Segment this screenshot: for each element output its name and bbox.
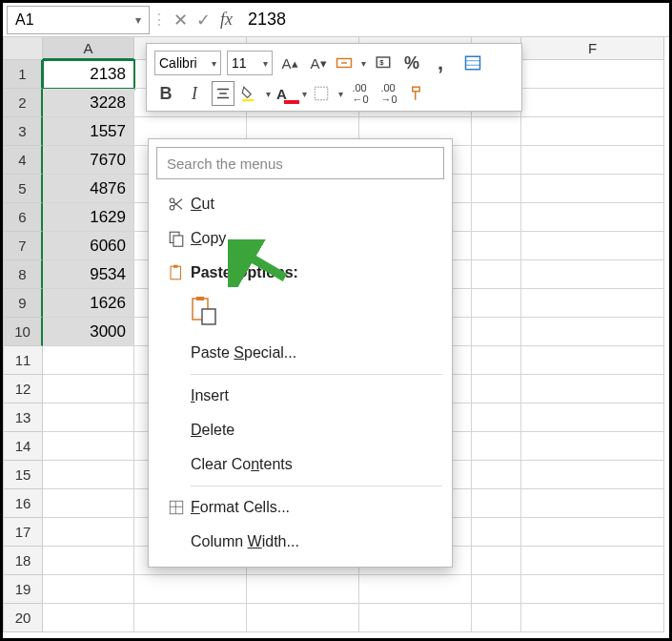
- cell-A19[interactable]: [43, 575, 134, 604]
- column-header-F[interactable]: F: [521, 37, 664, 60]
- cell-E18[interactable]: [472, 547, 521, 575]
- comma-style-icon[interactable]: ,: [429, 51, 452, 75]
- menu-item-column-width[interactable]: Column Width...: [149, 525, 452, 559]
- row-header-12[interactable]: 12: [3, 375, 43, 403]
- fx-icon[interactable]: fx: [220, 10, 233, 30]
- formula-bar-value[interactable]: 2138: [238, 10, 286, 30]
- cell-F9[interactable]: [521, 289, 664, 318]
- cell-A1[interactable]: 2138: [43, 60, 134, 89]
- cell-E7[interactable]: [472, 232, 521, 260]
- row-header-2[interactable]: 2: [3, 89, 43, 117]
- cell-F2[interactable]: [521, 89, 664, 117]
- cell-A15[interactable]: [43, 461, 134, 489]
- cell-A5[interactable]: 4876: [43, 175, 134, 203]
- cell-E9[interactable]: [472, 289, 521, 318]
- cell-E17[interactable]: [472, 518, 521, 547]
- row-header-5[interactable]: 5: [3, 175, 43, 203]
- cell-E15[interactable]: [472, 461, 521, 489]
- paste-default-icon[interactable]: [191, 296, 217, 330]
- borders-icon[interactable]: ▾: [313, 81, 343, 106]
- cell-F13[interactable]: [521, 403, 664, 432]
- cell-D19[interactable]: [359, 575, 472, 604]
- cell-E14[interactable]: [472, 432, 521, 461]
- cell-E6[interactable]: [472, 203, 521, 232]
- cell-F20[interactable]: [521, 604, 664, 632]
- cell-A10[interactable]: 3000: [43, 318, 134, 346]
- menu-search-input[interactable]: Search the menus: [156, 147, 444, 179]
- row-header-19[interactable]: 19: [3, 575, 43, 604]
- cell-C19[interactable]: [247, 575, 359, 604]
- cell-A9[interactable]: 1626: [43, 289, 134, 318]
- cell-F14[interactable]: [521, 432, 664, 461]
- menu-item-delete[interactable]: Delete: [149, 413, 452, 447]
- cell-E5[interactable]: [472, 175, 521, 203]
- cell-F8[interactable]: [521, 260, 664, 289]
- format-painter-icon[interactable]: [406, 81, 429, 106]
- cell-F5[interactable]: [521, 175, 664, 203]
- cell-A14[interactable]: [43, 432, 134, 461]
- menu-item-copy[interactable]: Copy: [149, 221, 452, 256]
- cell-F15[interactable]: [521, 461, 664, 489]
- row-header-11[interactable]: 11: [3, 346, 43, 375]
- cell-F18[interactable]: [521, 547, 664, 575]
- row-header-14[interactable]: 14: [3, 432, 43, 461]
- cell-E8[interactable]: [472, 260, 521, 289]
- select-all-corner[interactable]: [3, 37, 43, 60]
- cell-F19[interactable]: [521, 575, 664, 604]
- cell-A18[interactable]: [43, 547, 134, 575]
- cell-A12[interactable]: [43, 375, 134, 403]
- row-header-16[interactable]: 16: [3, 489, 43, 518]
- row-header-8[interactable]: 8: [3, 260, 43, 289]
- cell-E10[interactable]: [472, 318, 521, 346]
- cell-E12[interactable]: [472, 375, 521, 403]
- decrease-font-icon[interactable]: A▾: [307, 51, 330, 75]
- row-header-4[interactable]: 4: [3, 146, 43, 175]
- cell-A6[interactable]: 1629: [43, 203, 134, 232]
- row-header-10[interactable]: 10: [3, 318, 43, 346]
- cell-F7[interactable]: [521, 232, 664, 260]
- cell-F3[interactable]: [521, 117, 664, 146]
- row-header-17[interactable]: 17: [3, 518, 43, 547]
- column-header-A[interactable]: A: [43, 37, 134, 60]
- row-header-18[interactable]: 18: [3, 547, 43, 575]
- cell-D20[interactable]: [359, 604, 472, 632]
- font-color-icon[interactable]: A▾: [276, 81, 307, 106]
- cell-F16[interactable]: [521, 489, 664, 518]
- align-center-icon[interactable]: [212, 81, 234, 106]
- cancel-formula-icon[interactable]: ✕: [169, 10, 192, 31]
- decrease-decimal-icon[interactable]: .00→0: [377, 81, 400, 106]
- cell-E4[interactable]: [472, 146, 521, 175]
- cell-A20[interactable]: [43, 604, 134, 632]
- increase-font-icon[interactable]: A▴: [278, 51, 301, 75]
- row-header-9[interactable]: 9: [3, 289, 43, 318]
- cell-F10[interactable]: [521, 318, 664, 346]
- row-header-3[interactable]: 3: [3, 117, 43, 146]
- row-header-7[interactable]: 7: [3, 232, 43, 260]
- cell-E13[interactable]: [472, 403, 521, 432]
- menu-item-clear-contents[interactable]: Clear Contents: [149, 447, 452, 482]
- cell-A16[interactable]: [43, 489, 134, 518]
- row-header-13[interactable]: 13: [3, 403, 43, 432]
- cell-E16[interactable]: [472, 489, 521, 518]
- menu-item-paste-special[interactable]: Paste Special...: [149, 336, 452, 370]
- cell-E19[interactable]: [472, 575, 521, 604]
- cell-C20[interactable]: [247, 604, 359, 632]
- menu-item-format-cells[interactable]: Format Cells...: [149, 490, 452, 525]
- cell-A11[interactable]: [43, 346, 134, 375]
- row-header-15[interactable]: 15: [3, 461, 43, 489]
- chevron-down-icon[interactable]: ▾: [135, 13, 141, 27]
- cell-F11[interactable]: [521, 346, 664, 375]
- cell-A8[interactable]: 9534: [43, 260, 134, 289]
- bold-button[interactable]: B: [154, 81, 177, 106]
- cell-E11[interactable]: [472, 346, 521, 375]
- menu-item-insert[interactable]: Insert: [149, 379, 452, 413]
- cell-F17[interactable]: [521, 518, 664, 547]
- fill-color-icon[interactable]: ▾: [240, 81, 271, 106]
- name-box[interactable]: A1 ▾: [7, 6, 150, 34]
- cell-F6[interactable]: [521, 203, 664, 232]
- accept-formula-icon[interactable]: ✓: [192, 10, 214, 31]
- cell-F12[interactable]: [521, 375, 664, 403]
- cell-F4[interactable]: [521, 146, 664, 175]
- cell-A17[interactable]: [43, 518, 134, 547]
- row-header-20[interactable]: 20: [3, 604, 43, 632]
